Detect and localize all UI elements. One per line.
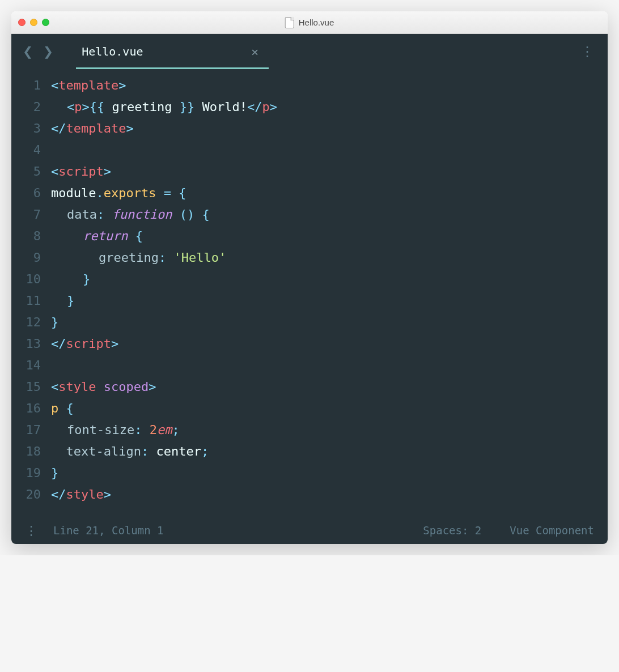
traffic-lights	[18, 19, 49, 26]
line-number: 2	[11, 96, 41, 118]
line-numbers-gutter: 1234567891011121314151617181920	[11, 75, 51, 505]
code-line[interactable]: text-align: center;	[51, 441, 596, 462]
code-line[interactable]: }	[51, 269, 596, 290]
line-number: 17	[11, 419, 41, 441]
line-number: 9	[11, 247, 41, 269]
code-line[interactable]: p {	[51, 398, 596, 419]
window-title: Hello.vue	[285, 17, 334, 28]
line-number: 18	[11, 441, 41, 462]
maximize-button[interactable]	[42, 19, 49, 26]
code-content[interactable]: <template><p>{{ greeting }} World!</p></…	[51, 75, 608, 505]
code-line[interactable]: <style scoped>	[51, 376, 596, 398]
line-number: 13	[11, 333, 41, 355]
line-number: 15	[11, 376, 41, 398]
line-number: 16	[11, 398, 41, 419]
code-line[interactable]: </style>	[51, 484, 596, 505]
syntax-indicator[interactable]: Vue Component	[510, 524, 594, 537]
tab-title: Hello.vue	[82, 45, 143, 58]
line-number: 10	[11, 269, 41, 290]
code-line[interactable]: }	[51, 462, 596, 484]
cursor-position[interactable]: Line 21, Column 1	[53, 524, 163, 537]
line-number: 6	[11, 182, 41, 204]
code-line[interactable]: </template>	[51, 118, 596, 139]
more-vertical-icon[interactable]: ⋮	[580, 48, 594, 55]
close-button[interactable]	[18, 19, 26, 26]
code-line[interactable]: <script>	[51, 161, 596, 182]
tab-bar: ❮ ❯ Hello.vue × ⋮	[11, 34, 608, 69]
code-line[interactable]: module.exports = {	[51, 182, 596, 204]
tab-active-indicator	[76, 67, 269, 69]
code-line[interactable]: <template>	[51, 75, 596, 96]
code-line[interactable]: return {	[51, 226, 596, 247]
code-line[interactable]: </script>	[51, 333, 596, 355]
line-number: 5	[11, 161, 41, 182]
line-number: 1	[11, 75, 41, 96]
indentation-indicator[interactable]: Spaces: 2	[423, 524, 481, 537]
editor-window: Hello.vue ❮ ❯ Hello.vue × ⋮ 123456789101…	[11, 11, 608, 544]
code-line[interactable]: }	[51, 312, 596, 333]
code-line[interactable]: greeting: 'Hello'	[51, 247, 596, 269]
nav-back-icon[interactable]: ❮	[23, 43, 33, 60]
line-number: 19	[11, 462, 41, 484]
line-number: 12	[11, 312, 41, 333]
editor-panel: ❮ ❯ Hello.vue × ⋮ 1234567891011121314151…	[11, 34, 608, 544]
code-line[interactable]	[51, 139, 596, 161]
code-line[interactable]	[51, 355, 596, 376]
code-area[interactable]: 1234567891011121314151617181920 <templat…	[11, 69, 608, 517]
line-number: 4	[11, 139, 41, 161]
status-right: Spaces: 2 Vue Component	[423, 524, 594, 537]
nav-forward-icon[interactable]: ❯	[43, 43, 53, 60]
nav-arrows: ❮ ❯	[23, 43, 53, 60]
code-line[interactable]: }	[51, 290, 596, 312]
tab-hello-vue[interactable]: Hello.vue ×	[76, 34, 269, 69]
status-bar: ⋮ Line 21, Column 1 Spaces: 2 Vue Compon…	[11, 517, 608, 544]
titlebar[interactable]: Hello.vue	[11, 11, 608, 34]
line-number: 11	[11, 290, 41, 312]
code-line[interactable]: font-size: 2em;	[51, 419, 596, 441]
line-number: 7	[11, 204, 41, 226]
line-number: 8	[11, 226, 41, 247]
more-vertical-icon[interactable]: ⋮	[25, 528, 37, 534]
window-title-text: Hello.vue	[299, 18, 334, 27]
line-number: 14	[11, 355, 41, 376]
minimize-button[interactable]	[30, 19, 37, 26]
close-icon[interactable]: ×	[251, 45, 258, 59]
line-number: 20	[11, 484, 41, 505]
line-number: 3	[11, 118, 41, 139]
code-line[interactable]: <p>{{ greeting }} World!</p>	[51, 96, 596, 118]
code-line[interactable]: data: function () {	[51, 204, 596, 226]
file-icon	[285, 17, 294, 28]
